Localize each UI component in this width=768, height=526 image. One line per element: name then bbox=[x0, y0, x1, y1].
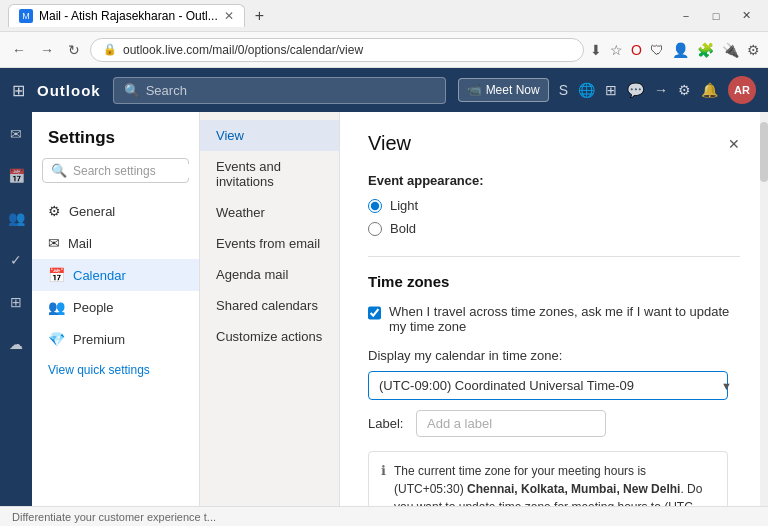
settings-search-icon: 🔍 bbox=[51, 163, 67, 178]
calendar-label: Calendar bbox=[73, 268, 126, 283]
section-header: View ✕ bbox=[368, 132, 740, 155]
bold-radio[interactable] bbox=[368, 222, 382, 236]
chat-icon[interactable]: 💬 bbox=[627, 82, 644, 98]
submenu-weather[interactable]: Weather bbox=[200, 197, 339, 228]
close-button[interactable]: ✕ bbox=[732, 2, 760, 30]
tab-close-button[interactable]: ✕ bbox=[224, 9, 234, 23]
bold-option[interactable]: Bold bbox=[368, 221, 740, 236]
profile-icon[interactable]: 👤 bbox=[672, 42, 689, 58]
mail-nav-icon: ✉ bbox=[48, 235, 60, 251]
grid-icon[interactable]: ⊞ bbox=[12, 81, 25, 100]
general-icon: ⚙ bbox=[48, 203, 61, 219]
user-avatar[interactable]: AR bbox=[728, 76, 756, 104]
people-label: People bbox=[73, 300, 113, 315]
opera-icon[interactable]: O bbox=[631, 42, 642, 58]
settings-content: View ✕ Event appearance: Light Bold bbox=[340, 112, 768, 506]
settings-nav-people[interactable]: 👥 People bbox=[32, 291, 199, 323]
timezone-select-wrapper: (UTC-12:00) International Date Line West… bbox=[368, 371, 740, 400]
settings-nav-general[interactable]: ⚙ General bbox=[32, 195, 199, 227]
submenu-shared-calendars[interactable]: Shared calendars bbox=[200, 290, 339, 321]
settings-panel: Settings 🔍 ⚙ General ✉ Mail 📅 Calendar 👥… bbox=[32, 112, 200, 506]
light-radio[interactable] bbox=[368, 199, 382, 213]
settings-search-bar[interactable]: 🔍 bbox=[42, 158, 189, 183]
appearance-radio-group: Light Bold bbox=[368, 198, 740, 236]
mail-label: Mail bbox=[68, 236, 92, 251]
calendar-submenu: View Events and invitations Weather Even… bbox=[200, 112, 340, 506]
bookmark-icon[interactable]: ☆ bbox=[610, 42, 623, 58]
info-content: The current time zone for your meeting h… bbox=[394, 462, 715, 506]
submenu-agenda-mail[interactable]: Agenda mail bbox=[200, 259, 339, 290]
refresh-button[interactable]: ↻ bbox=[64, 40, 84, 60]
search-bar[interactable]: 🔍 bbox=[113, 77, 446, 104]
timezone-select[interactable]: (UTC-12:00) International Date Line West… bbox=[368, 371, 728, 400]
sidebar-calendar-icon[interactable]: 📅 bbox=[2, 162, 30, 190]
settings-icon[interactable]: ⚙ bbox=[747, 42, 760, 58]
tab-title: Mail - Atish Rajasekharan - Outl... bbox=[39, 9, 218, 23]
bell-icon[interactable]: 🔔 bbox=[701, 82, 718, 98]
settings-search-input[interactable] bbox=[73, 164, 200, 178]
sidebar-people-icon[interactable]: 👥 bbox=[2, 204, 30, 232]
window-controls: − □ ✕ bbox=[672, 2, 760, 30]
search-icon: 🔍 bbox=[124, 83, 140, 98]
bing-icon[interactable]: 🌐 bbox=[578, 82, 595, 98]
shield-icon[interactable]: 🛡 bbox=[650, 42, 664, 58]
travel-timezone-label: When I travel across time zones, ask me … bbox=[389, 304, 740, 334]
light-option[interactable]: Light bbox=[368, 198, 740, 213]
maximize-button[interactable]: □ bbox=[702, 2, 730, 30]
search-input[interactable] bbox=[146, 83, 435, 98]
toolbar-icons: ⬇ ☆ O 🛡 👤 🧩 🔌 ⚙ bbox=[590, 42, 760, 58]
scrollbar-track[interactable] bbox=[760, 112, 768, 506]
header-actions: 📹 Meet Now S 🌐 ⊞ 💬 → ⚙ 🔔 AR bbox=[458, 76, 756, 104]
new-tab-button[interactable]: + bbox=[251, 7, 268, 25]
time-zones-title: Time zones bbox=[368, 273, 740, 290]
send-icon[interactable]: → bbox=[654, 82, 668, 98]
extension-icon[interactable]: 🧩 bbox=[697, 42, 714, 58]
travel-timezone-checkbox[interactable] bbox=[368, 306, 381, 320]
submenu-view[interactable]: View bbox=[200, 120, 339, 151]
bottom-bar: Differentiate your customer experience t… bbox=[0, 506, 768, 526]
sidebar-apps-icon[interactable]: ⊞ bbox=[2, 288, 30, 316]
back-button[interactable]: ← bbox=[8, 40, 30, 60]
info-text-part1: The current time zone for your meeting h… bbox=[394, 464, 702, 506]
meet-now-label: Meet Now bbox=[486, 83, 540, 97]
minimize-button[interactable]: − bbox=[672, 2, 700, 30]
settings-title: Settings bbox=[32, 124, 199, 158]
label-field-label: Label: bbox=[368, 416, 408, 431]
light-label: Light bbox=[390, 198, 418, 213]
premium-nav-icon: 💎 bbox=[48, 331, 65, 347]
label-row: Label: bbox=[368, 410, 740, 437]
icon-sidebar: ✉ 📅 👥 ✓ ⊞ ☁ bbox=[0, 112, 32, 506]
meet-now-button[interactable]: 📹 Meet Now bbox=[458, 78, 549, 102]
event-appearance-label: Event appearance: bbox=[368, 173, 740, 188]
sidebar-tasks-icon[interactable]: ✓ bbox=[2, 246, 30, 274]
skype-icon[interactable]: S bbox=[559, 82, 568, 98]
settings-nav-mail[interactable]: ✉ Mail bbox=[32, 227, 199, 259]
address-bar[interactable]: 🔒 outlook.live.com/mail/0/options/calend… bbox=[90, 38, 584, 62]
url-text: outlook.live.com/mail/0/options/calendar… bbox=[123, 43, 571, 57]
event-appearance-section: Event appearance: Light Bold bbox=[368, 173, 740, 236]
forward-button[interactable]: → bbox=[36, 40, 58, 60]
browser-toolbar: ← → ↻ 🔒 outlook.live.com/mail/0/options/… bbox=[0, 32, 768, 68]
sidebar-onedrive-icon[interactable]: ☁ bbox=[2, 330, 30, 358]
sidebar-mail-icon[interactable]: ✉ bbox=[2, 120, 30, 148]
header-settings-icon[interactable]: ⚙ bbox=[678, 82, 691, 98]
settings-nav-premium[interactable]: 💎 Premium bbox=[32, 323, 199, 355]
browser-tab[interactable]: M Mail - Atish Rajasekharan - Outl... ✕ bbox=[8, 4, 245, 27]
info-box: ℹ The current time zone for your meeting… bbox=[368, 451, 728, 506]
outlook-logo: Outlook bbox=[37, 82, 101, 99]
apps-icon[interactable]: ⊞ bbox=[605, 82, 617, 98]
download-icon[interactable]: ⬇ bbox=[590, 42, 602, 58]
submenu-events-invitations[interactable]: Events and invitations bbox=[200, 151, 339, 197]
label-input[interactable] bbox=[416, 410, 606, 437]
outlook-header: ⊞ Outlook 🔍 📹 Meet Now S 🌐 ⊞ 💬 → ⚙ 🔔 AR bbox=[0, 68, 768, 112]
close-panel-button[interactable]: ✕ bbox=[728, 136, 740, 152]
scrollbar-thumb[interactable] bbox=[760, 122, 768, 182]
view-quick-settings-link[interactable]: View quick settings bbox=[32, 355, 199, 385]
submenu-customize-actions[interactable]: Customize actions bbox=[200, 321, 339, 352]
settings-nav-calendar[interactable]: 📅 Calendar bbox=[32, 259, 199, 291]
info-icon: ℹ bbox=[381, 463, 386, 478]
extensions-icon[interactable]: 🔌 bbox=[722, 42, 739, 58]
time-zones-section: Time zones When I travel across time zon… bbox=[368, 273, 740, 506]
bold-label: Bold bbox=[390, 221, 416, 236]
submenu-events-from-email[interactable]: Events from email bbox=[200, 228, 339, 259]
